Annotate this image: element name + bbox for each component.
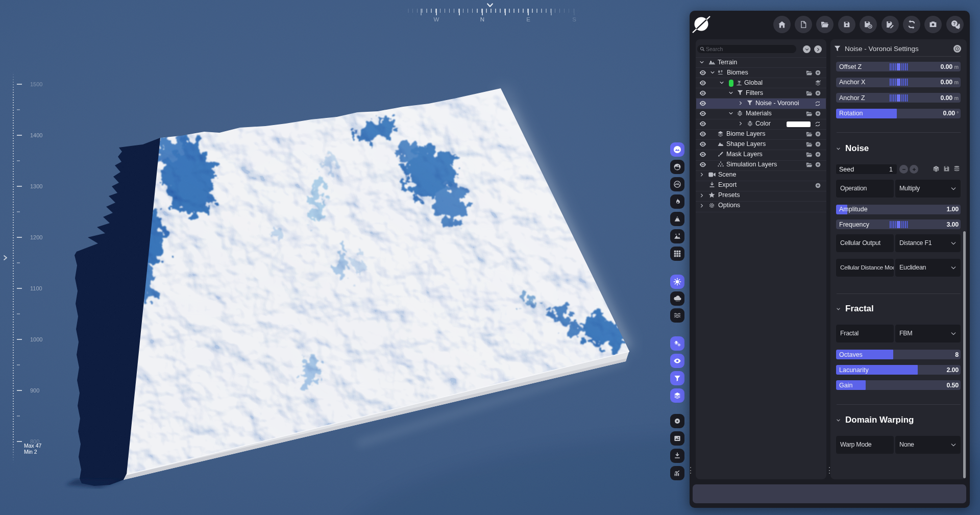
svg-text:?: ?: [953, 21, 955, 26]
